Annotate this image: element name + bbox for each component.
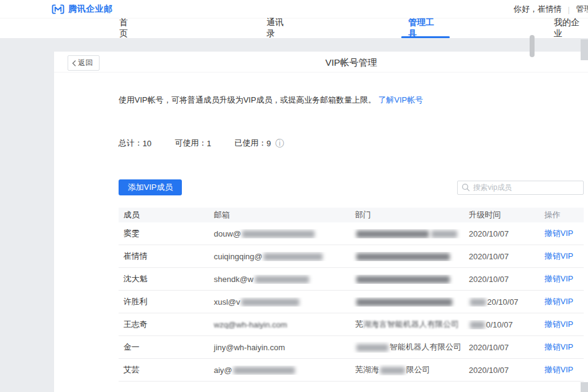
cell-text: 2020/10/07 — [469, 343, 509, 352]
vip-table: 成员 邮箱 部门 升级时间 操作 窦雯douw@2020/10/07撤销VIP崔… — [119, 208, 584, 382]
member-department — [350, 252, 464, 261]
vip-description: 使用VIP帐号，可将普通成员升级为VIP成员，或提高业务邮箱数量上限。 了解VI… — [119, 95, 584, 106]
table-toolbar: 添加VIP成员 — [119, 179, 584, 195]
col-header-action: 操作 — [539, 210, 584, 221]
member-email: jiny@wh-haiyin.com — [209, 343, 350, 352]
stat-total-value: 10 — [143, 139, 151, 148]
redacted-blur — [233, 367, 295, 374]
col-header-upgrade-time: 升级时间 — [464, 210, 539, 221]
main-nav: 首页 通讯录 管理工具 我的企业 — [0, 18, 588, 38]
stat-used-value: 9 — [267, 139, 271, 148]
table-row: 金一jiny@wh-haiyin.com智能机器人有限公司2020/10/07撤… — [119, 336, 584, 359]
tab-home[interactable]: 首页 — [119, 18, 136, 38]
info-icon[interactable]: ⓘ — [275, 139, 284, 147]
upgrade-date: 0/10/07 — [464, 320, 539, 329]
member-email: shendk@w — [209, 275, 350, 284]
revoke-vip-link[interactable]: 撤销VIP — [544, 229, 573, 238]
table-row: 崔情情cuiqingqing@2020/10/07撤销VIP — [119, 245, 584, 268]
member-email: douw@ — [209, 229, 350, 238]
card-content: 使用VIP帐号，可将普通成员升级为VIP成员，或提高业务邮箱数量上限。 了解VI… — [119, 95, 584, 382]
page-background: 返回 VIP帐号管理 使用VIP帐号，可将普通成员升级为VIP成员，或提高业务邮… — [0, 38, 588, 392]
col-header-member: 成员 — [119, 210, 209, 221]
logo-text: 腾讯企业邮 — [68, 4, 113, 15]
description-text: 使用VIP帐号，可将普通成员升级为VIP成员，或提高业务邮箱数量上限。 — [119, 95, 376, 104]
cell-text: aiy@ — [214, 366, 232, 375]
revoke-vip-link[interactable]: 撤销VIP — [544, 274, 573, 283]
vip-table-body: 窦雯douw@2020/10/07撤销VIP崔情情cuiqingqing@202… — [119, 222, 584, 382]
greeting-text: 你好，崔情情 — [514, 4, 562, 15]
action-cell: 撤销VIP — [539, 342, 584, 353]
cell-text: douw@ — [214, 229, 241, 238]
search-input[interactable] — [473, 183, 579, 192]
search-icon — [461, 183, 470, 192]
member-email: aiy@ — [209, 366, 350, 375]
window-scrollbar-thumb[interactable] — [581, 39, 588, 60]
redacted-blur — [241, 299, 299, 306]
col-header-department: 部门 — [350, 210, 464, 221]
redacted-blur — [356, 299, 452, 306]
revoke-vip-link[interactable]: 撤销VIP — [544, 342, 573, 351]
revoke-vip-link[interactable]: 撤销VIP — [544, 365, 573, 374]
cell-text: 芜 — [355, 319, 363, 329]
upgrade-date: 2020/10/07 — [464, 343, 539, 352]
cell-text: xusl@v — [214, 297, 240, 307]
member-email: xusl@v — [209, 297, 350, 307]
member-department: 芜湖海言智能机器人有限公司 — [350, 319, 464, 330]
app-logo[interactable]: 腾讯企业邮 — [52, 4, 113, 15]
col-header-email: 邮箱 — [209, 210, 350, 221]
member-name: 崔情情 — [119, 251, 209, 262]
member-name: 窦雯 — [119, 228, 209, 239]
cell-text: cuiqingqing@ — [214, 252, 262, 261]
tab-admin-tools[interactable]: 管理工具 — [409, 18, 443, 38]
upgrade-date: 20/10/07 — [464, 297, 539, 307]
redacted-blur — [356, 230, 429, 238]
cell-text: 0/10/07 — [486, 320, 512, 329]
exmail-logo-icon — [52, 4, 65, 14]
back-button[interactable]: 返回 — [68, 55, 100, 71]
page-title: VIP帐号管理 — [119, 57, 584, 69]
revoke-vip-link[interactable]: 撤销VIP — [544, 319, 573, 329]
search-box[interactable] — [457, 181, 584, 195]
redacted-blur — [356, 253, 450, 261]
redacted-blur — [356, 276, 450, 283]
tab-contacts[interactable]: 通讯录 — [267, 18, 292, 38]
redacted-blur — [242, 230, 315, 238]
table-row: 许胜利xusl@v20/10/07撤销VIP — [119, 291, 584, 313]
chevron-left-icon — [72, 60, 76, 66]
add-vip-button[interactable]: 添加VIP成员 — [119, 179, 182, 195]
redacted-blur — [470, 321, 485, 329]
cell-text: 智能机器人有限公司 — [390, 342, 461, 351]
revoke-vip-link[interactable]: 撤销VIP — [544, 297, 573, 306]
redacted-blur — [380, 367, 405, 374]
topbar-user-area: 你好，崔情情 | 管理企业 — [514, 0, 588, 18]
admin-link[interactable]: 管理企业 — [576, 4, 588, 15]
redacted-blur — [255, 276, 309, 283]
upgrade-date: 2020/10/07 — [464, 366, 539, 375]
learn-vip-link[interactable]: 了解VIP帐号 — [378, 95, 423, 104]
member-email: wzq@wh-haiyin.com — [209, 320, 350, 329]
member-department — [350, 297, 464, 307]
tab-my-company[interactable]: 我的企业 — [554, 18, 588, 38]
action-cell: 撤销VIP — [539, 296, 584, 307]
revoke-vip-link[interactable]: 撤销VIP — [544, 251, 573, 261]
upgrade-date: 2020/10/07 — [464, 229, 539, 238]
cell-text: jiny@wh-haiyin.com — [214, 343, 285, 352]
action-cell: 撤销VIP — [539, 319, 584, 330]
redacted-text: wzq@wh-haiyin.com — [214, 320, 287, 329]
inner-scrollbar-thumb[interactable] — [530, 35, 535, 57]
member-department: 智能机器人有限公司 — [350, 342, 464, 353]
table-header-row: 成员 邮箱 部门 升级时间 操作 — [119, 208, 584, 222]
upgrade-date: 2020/10/07 — [464, 275, 539, 284]
table-row: 沈大魁shendk@w2020/10/07撤销VIP — [119, 268, 584, 291]
upgrade-date: 2020/10/07 — [464, 252, 539, 261]
cell-text: 芜湖海 — [355, 365, 379, 374]
member-email: cuiqingqing@ — [209, 252, 350, 261]
member-name: 许胜利 — [119, 296, 209, 307]
cell-text: 2020/10/07 — [469, 252, 509, 261]
card-header: 返回 VIP帐号管理 — [54, 52, 588, 73]
cell-text: shendk@w — [214, 275, 254, 284]
member-department: 芜湖海限公司 — [350, 364, 464, 375]
redacted-blur — [431, 230, 457, 238]
member-name: 艾芸 — [119, 364, 209, 375]
cell-text: 2020/10/07 — [469, 366, 509, 375]
